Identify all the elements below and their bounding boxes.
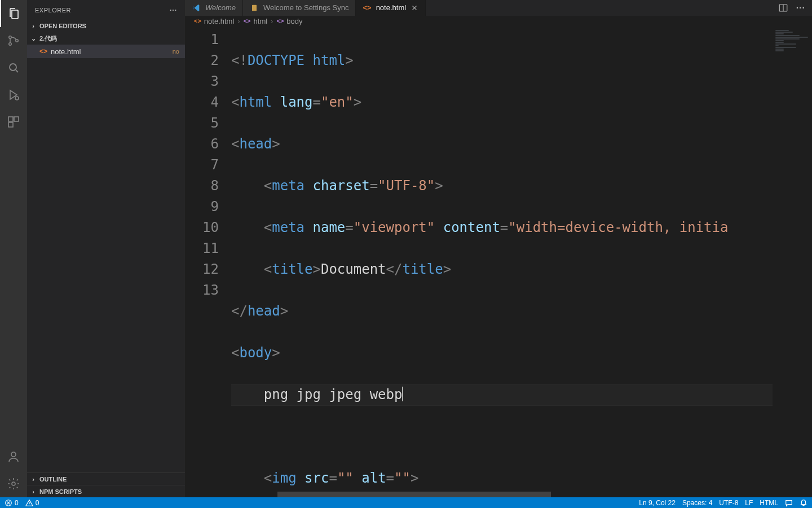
git-decoration-badge: no: [173, 48, 182, 55]
crumb-label: note.html: [204, 17, 234, 25]
activity-search-icon[interactable]: [0, 54, 27, 81]
html-file-icon: <>: [363, 3, 371, 12]
tab-label: Welcome: [205, 3, 236, 12]
activity-account-icon[interactable]: [0, 443, 27, 470]
status-feedback-icon[interactable]: [785, 499, 793, 507]
status-errors[interactable]: 0: [5, 499, 19, 507]
editor-more-icon[interactable]: ···: [796, 3, 805, 13]
status-eol[interactable]: LF: [745, 499, 753, 507]
editor-group: Welcome Welcome to Settings Sync <> note…: [185, 0, 812, 497]
line-number-gutter: 1 2 3 4 5 6 7 8 9 10 11 12 13: [185, 26, 231, 497]
scrollbar-thumb[interactable]: [277, 492, 551, 497]
tab-label: note.html: [376, 3, 406, 12]
status-bell-icon[interactable]: [800, 499, 807, 507]
status-indentation[interactable]: Spaces: 4: [682, 499, 712, 507]
horizontal-scrollbar[interactable]: [277, 492, 733, 497]
file-tree-item[interactable]: <> note.html no: [27, 45, 185, 58]
status-encoding[interactable]: UTF-8: [719, 499, 738, 507]
activity-scm-icon[interactable]: [0, 27, 27, 54]
chevron-right-icon: ›: [237, 17, 240, 25]
status-language-mode[interactable]: HTML: [760, 499, 778, 507]
tag-icon: <>: [244, 17, 251, 24]
explorer-sidebar: EXPLORER ··· › OPEN EDITORS ⌄ 2.代码 <> no…: [27, 0, 185, 497]
chevron-right-icon: ›: [29, 23, 37, 29]
activity-extensions-icon[interactable]: [0, 108, 27, 135]
activity-run-icon[interactable]: [0, 81, 27, 108]
outline-label: OUTLINE: [39, 476, 67, 483]
svg-rect-7: [8, 122, 13, 127]
svg-point-0: [9, 36, 11, 38]
outline-section[interactable]: › OUTLINE: [27, 472, 185, 485]
activity-explorer-icon[interactable]: [0, 0, 27, 27]
svg-point-4: [15, 97, 19, 100]
editor-tabs: Welcome Welcome to Settings Sync <> note…: [185, 0, 812, 16]
svg-point-9: [12, 482, 15, 485]
tab-settings-sync[interactable]: Welcome to Settings Sync: [243, 0, 356, 16]
workspace-folder[interactable]: ⌄ 2.代码: [27, 32, 185, 45]
svg-point-1: [9, 43, 11, 45]
chevron-right-icon: ›: [271, 17, 273, 25]
text-editor[interactable]: 1 2 3 4 5 6 7 8 9 10 11 12 13 <!DOCTYPE …: [185, 26, 812, 497]
folder-name: 2.代码: [39, 34, 57, 43]
npm-scripts-section[interactable]: › NPM SCRIPTS: [27, 485, 185, 497]
npm-scripts-label: NPM SCRIPTS: [39, 488, 82, 495]
open-editors-section[interactable]: › OPEN EDITORS: [27, 20, 185, 32]
minimap[interactable]: [773, 26, 812, 497]
status-cursor-position[interactable]: Ln 9, Col 22: [639, 499, 676, 507]
activity-settings-icon[interactable]: [0, 470, 27, 497]
file-name-label: note.html: [51, 47, 81, 56]
svg-point-2: [16, 40, 18, 42]
svg-point-8: [11, 452, 16, 457]
doc-icon: [250, 3, 259, 12]
close-icon[interactable]: [411, 4, 418, 12]
status-bar: 0 0 Ln 9, Col 22 Spaces: 4 UTF-8 LF HTML: [0, 497, 812, 508]
svg-rect-6: [14, 117, 19, 121]
sidebar-more-icon[interactable]: ···: [170, 6, 177, 14]
split-editor-icon[interactable]: [778, 3, 788, 13]
sidebar-title: EXPLORER: [35, 7, 71, 14]
tag-icon: <>: [276, 17, 284, 24]
open-editors-label: OPEN EDITORS: [39, 23, 86, 29]
svg-point-3: [10, 64, 16, 71]
tab-welcome[interactable]: Welcome: [185, 0, 243, 16]
crumb-label: body: [286, 17, 302, 25]
html-file-icon: <>: [194, 17, 201, 24]
text-cursor: [402, 387, 403, 401]
activity-bar: [0, 0, 27, 497]
crumb-label: html: [254, 17, 268, 25]
chevron-right-icon: ›: [29, 476, 37, 483]
chevron-down-icon: ⌄: [29, 35, 37, 42]
tab-note-html[interactable]: <> note.html: [356, 0, 426, 16]
svg-rect-5: [8, 117, 13, 121]
tab-label: Welcome to Settings Sync: [263, 3, 349, 12]
code-content[interactable]: <!DOCTYPE html> <html lang="en"> <head> …: [231, 26, 773, 497]
breadcrumb[interactable]: <> note.html › <> html › <> body: [185, 16, 812, 27]
vscode-logo-icon: [192, 3, 201, 12]
html-file-icon: <>: [39, 47, 47, 55]
status-warnings[interactable]: 0: [25, 499, 39, 507]
chevron-right-icon: ›: [29, 488, 37, 495]
svg-rect-10: [252, 5, 257, 11]
